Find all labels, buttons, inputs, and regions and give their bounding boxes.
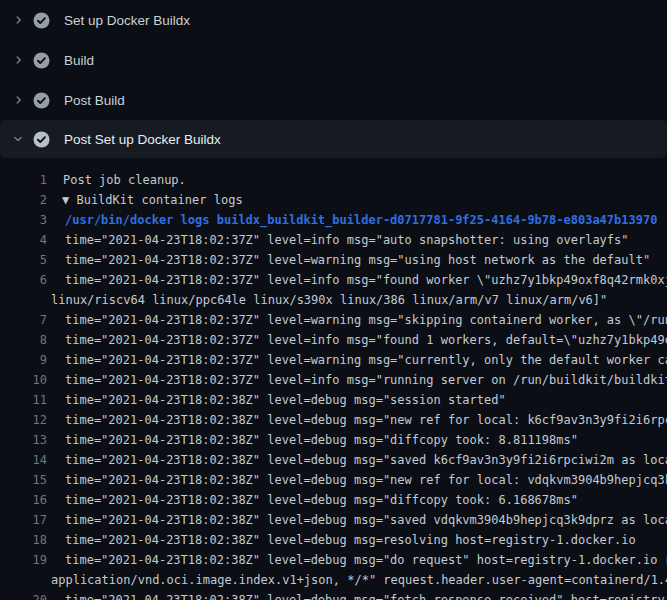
check-circle-icon bbox=[33, 52, 50, 69]
log-text: time="2021-04-23T18:02:37Z" level=warnin… bbox=[47, 250, 650, 270]
log-line: 11 time="2021-04-23T18:02:38Z" level=deb… bbox=[0, 390, 667, 410]
log-line-continuation: application/vnd.oci.image.index.v1+json,… bbox=[0, 570, 667, 590]
log-text: time="2021-04-23T18:02:38Z" level=debug … bbox=[47, 510, 667, 530]
line-number[interactable]: 4 bbox=[0, 230, 47, 250]
line-number bbox=[0, 570, 47, 590]
chevron-right-icon[interactable] bbox=[12, 14, 24, 26]
line-number[interactable]: 12 bbox=[0, 410, 47, 430]
section-label: Post Build bbox=[64, 93, 125, 108]
log-text: time="2021-04-23T18:02:37Z" level=warnin… bbox=[47, 350, 667, 370]
chevron-down-icon[interactable] bbox=[12, 133, 24, 145]
log-text: time="2021-04-23T18:02:38Z" level=debug … bbox=[47, 550, 667, 570]
log-area: 1 Post job cleanup. 2 ▼ BuildKit contain… bbox=[0, 158, 667, 600]
line-number[interactable]: 16 bbox=[0, 490, 47, 510]
section-post-set-up-docker-buildx[interactable]: Post Set up Docker Buildx bbox=[0, 120, 667, 158]
line-number[interactable]: 19 bbox=[0, 550, 47, 570]
line-number[interactable]: 9 bbox=[0, 350, 47, 370]
log-text: time="2021-04-23T18:02:38Z" level=debug … bbox=[47, 390, 506, 410]
log-line: 12 time="2021-04-23T18:02:38Z" level=deb… bbox=[0, 410, 667, 430]
check-circle-icon bbox=[33, 131, 50, 148]
log-text: time="2021-04-23T18:02:38Z" level=debug … bbox=[47, 430, 578, 450]
log-line: 10 time="2021-04-23T18:02:37Z" level=inf… bbox=[0, 370, 667, 390]
log-line: 14 time="2021-04-23T18:02:38Z" level=deb… bbox=[0, 450, 667, 470]
log-text: time="2021-04-23T18:02:37Z" level=warnin… bbox=[47, 310, 667, 330]
log-line: 15 time="2021-04-23T18:02:38Z" level=deb… bbox=[0, 470, 667, 490]
line-number[interactable]: 18 bbox=[0, 530, 47, 550]
line-number[interactable]: 20 bbox=[0, 590, 47, 600]
line-number bbox=[0, 290, 47, 310]
line-number[interactable]: 10 bbox=[0, 370, 47, 390]
log-line: 19 time="2021-04-23T18:02:38Z" level=deb… bbox=[0, 550, 667, 570]
line-number[interactable]: 14 bbox=[0, 450, 47, 470]
log-line: 6 time="2021-04-23T18:02:37Z" level=info… bbox=[0, 270, 667, 290]
line-number[interactable]: 7 bbox=[0, 310, 47, 330]
workflow-log-panel: Set up Docker Buildx Build Post Build bbox=[0, 0, 667, 600]
log-line-command: 3 /usr/bin/docker logs buildx_buildkit_b… bbox=[0, 210, 667, 230]
log-text: time="2021-04-23T18:02:38Z" level=debug … bbox=[47, 410, 667, 430]
log-line: 17 time="2021-04-23T18:02:38Z" level=deb… bbox=[0, 510, 667, 530]
log-line: 16 time="2021-04-23T18:02:38Z" level=deb… bbox=[0, 490, 667, 510]
log-text: time="2021-04-23T18:02:37Z" level=info m… bbox=[47, 230, 629, 250]
line-number[interactable]: 15 bbox=[0, 470, 47, 490]
section-build[interactable]: Build bbox=[0, 40, 667, 80]
line-number[interactable]: 11 bbox=[0, 390, 47, 410]
line-number[interactable]: 2 bbox=[0, 190, 47, 210]
line-number[interactable]: 13 bbox=[0, 430, 47, 450]
log-line-group-toggle: 2 ▼ BuildKit container logs bbox=[0, 190, 667, 210]
section-label: Build bbox=[64, 53, 94, 68]
command-text: /usr/bin/docker logs buildx_buildkit_bui… bbox=[47, 210, 657, 230]
section-label: Post Set up Docker Buildx bbox=[64, 132, 221, 147]
group-toggle-text[interactable]: ▼ BuildKit container logs bbox=[47, 190, 243, 210]
chevron-right-icon[interactable] bbox=[12, 54, 24, 66]
log-text: time="2021-04-23T18:02:38Z" level=debug … bbox=[47, 490, 578, 510]
section-label: Set up Docker Buildx bbox=[64, 13, 190, 28]
log-text: time="2021-04-23T18:02:38Z" level=debug … bbox=[47, 450, 667, 470]
log-line: 7 time="2021-04-23T18:02:37Z" level=warn… bbox=[0, 310, 667, 330]
log-line: 9 time="2021-04-23T18:02:37Z" level=warn… bbox=[0, 350, 667, 370]
log-line: 1 Post job cleanup. bbox=[0, 170, 667, 190]
log-text: time="2021-04-23T18:02:38Z" level=debug … bbox=[47, 530, 636, 550]
line-number[interactable]: 8 bbox=[0, 330, 47, 350]
check-circle-icon bbox=[33, 12, 50, 29]
line-number[interactable]: 6 bbox=[0, 270, 47, 290]
log-line: 20 time="2021-04-23T18:02:38Z" level=deb… bbox=[0, 590, 667, 600]
log-line: 4 time="2021-04-23T18:02:37Z" level=info… bbox=[0, 230, 667, 250]
line-number[interactable]: 17 bbox=[0, 510, 47, 530]
log-text: time="2021-04-23T18:02:37Z" level=info m… bbox=[47, 370, 667, 390]
log-line: 8 time="2021-04-23T18:02:37Z" level=info… bbox=[0, 330, 667, 350]
log-text: Post job cleanup. bbox=[47, 170, 186, 190]
log-line: 5 time="2021-04-23T18:02:37Z" level=warn… bbox=[0, 250, 667, 270]
log-line: 18 time="2021-04-23T18:02:38Z" level=deb… bbox=[0, 530, 667, 550]
log-text: time="2021-04-23T18:02:37Z" level=info m… bbox=[47, 270, 667, 290]
chevron-right-icon[interactable] bbox=[12, 94, 24, 106]
log-line-continuation: linux/riscv64 linux/ppc64le linux/s390x … bbox=[0, 290, 667, 310]
log-text: time="2021-04-23T18:02:37Z" level=info m… bbox=[47, 330, 667, 350]
line-number[interactable]: 3 bbox=[0, 210, 47, 230]
log-text: time="2021-04-23T18:02:38Z" level=debug … bbox=[47, 470, 667, 490]
check-circle-icon bbox=[33, 92, 50, 109]
log-text: linux/riscv64 linux/ppc64le linux/s390x … bbox=[47, 290, 607, 310]
log-text: application/vnd.oci.image.index.v1+json,… bbox=[47, 570, 667, 590]
log-line: 13 time="2021-04-23T18:02:38Z" level=deb… bbox=[0, 430, 667, 450]
section-set-up-docker-buildx[interactable]: Set up Docker Buildx bbox=[0, 0, 667, 40]
line-number[interactable]: 1 bbox=[0, 170, 47, 190]
log-text: time="2021-04-23T18:02:38Z" level=debug … bbox=[47, 590, 667, 600]
section-post-build[interactable]: Post Build bbox=[0, 80, 667, 120]
line-number[interactable]: 5 bbox=[0, 250, 47, 270]
